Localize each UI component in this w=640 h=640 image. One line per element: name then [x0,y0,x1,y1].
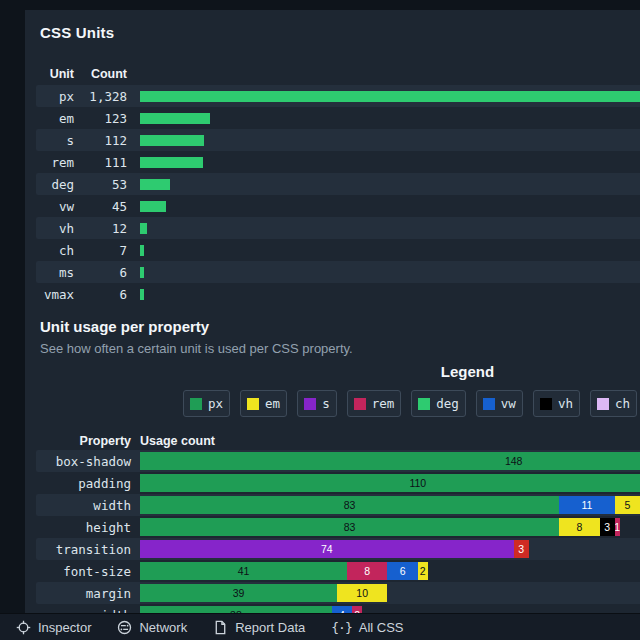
property-row-padding: padding110 [36,472,640,494]
unit-count: 7 [74,243,127,258]
legend-item-em[interactable]: em [240,390,287,417]
property-row-transition: transition743 [36,538,640,560]
unit-row-vh: vh12 [36,217,640,239]
unit-count-bar [140,135,204,146]
unit-name: s [36,133,74,148]
tab-report-data[interactable]: Report Data [203,614,315,640]
tab-all-css[interactable]: {·} All CSS [321,614,413,640]
property-name: margin [36,586,131,601]
bar-segment-px: 83 [140,496,559,514]
unit-count: 111 [74,155,127,170]
unit-row-deg: deg53 [36,173,640,195]
property-row-height: height83831 [36,516,640,538]
units-header-count: Count [74,67,127,81]
legend-swatch-vw [483,398,495,410]
unit-row-vw: vw45 [36,195,640,217]
legend-swatch-ch [597,398,609,410]
legend-label: ch [615,396,630,411]
unit-name: vmax [36,287,74,302]
bar-segment-rem: 1 [615,518,620,536]
unit-count-bar [140,113,210,124]
property-row-font-size: font-size41862 [36,560,640,582]
unit-row-px: px1,328 [36,85,640,107]
bar-segment-px: 83 [140,518,559,536]
unit-count: 12 [74,221,127,236]
legend-label: vh [558,396,573,411]
unit-count-bar [140,179,170,190]
unit-count: 53 [74,177,127,192]
legend-swatch-s [304,398,316,410]
network-icon [117,620,132,635]
legend-item-rem[interactable]: rem [347,390,402,417]
property-name: transition [36,542,131,557]
bar-segment-px: 110 [140,474,640,492]
unit-count-bar [140,201,166,212]
property-name: box-shadow [36,454,131,469]
report-data-icon [213,620,228,635]
unit-count: 112 [74,133,127,148]
chart-header: Property Usage count [36,431,640,450]
unit-row-vmax: vmax6 [36,283,640,305]
unit-name: px [36,89,74,104]
unit-count-bar [140,223,147,234]
legend-item-vh[interactable]: vh [533,390,580,417]
property-name: font-size [36,564,131,579]
unit-row-rem: rem111 [36,151,640,173]
unit-count-bar [140,91,640,102]
unit-row-ch: ch7 [36,239,640,261]
legend-label: vw [501,396,516,411]
unit-count-bar [140,157,203,168]
legend-item-px[interactable]: px [183,390,230,417]
bar-segment-rem: 8 [347,562,387,580]
unit-row-s: s112 [36,129,640,151]
legend-label: deg [436,396,459,411]
unit-name: vw [36,199,74,214]
property-usage-chart: Property Usage count box-shadow148paddin… [25,431,640,626]
tab-network[interactable]: Network [107,614,197,640]
legend-swatch-rem [354,398,366,410]
unit-count: 6 [74,265,127,280]
legend-title: Legend [25,363,640,380]
bar-segment-em: 10 [337,584,388,602]
property-name: width [36,498,131,513]
css-units-panel: CSS Units Unit Count px1,328em123s112rem… [25,10,640,640]
property-name: height [36,520,131,535]
legend-item-s[interactable]: s [297,390,337,417]
chart-header-usage: Usage count [131,434,640,448]
legend-item-ch[interactable]: ch [590,390,637,417]
section-title: Unit usage per property [40,318,640,335]
legend-swatch-px [190,398,202,410]
tab-report-data-label: Report Data [235,620,305,635]
units-header-unit: Unit [36,67,74,81]
legend-item-deg[interactable]: deg [411,390,466,417]
unit-count: 6 [74,287,127,302]
all-css-icon: {·} [331,620,351,635]
property-row-margin: margin3910 [36,582,640,604]
legend-label: s [322,396,330,411]
tab-network-label: Network [139,620,187,635]
units-table: Unit Count px1,328em123s112rem111deg53vw… [25,64,640,305]
property-row-width: width83115 [36,494,640,516]
unit-name: em [36,111,74,126]
tab-inspector[interactable]: Inspector [6,614,101,640]
unit-count: 1,328 [74,89,127,104]
bar-segment-vw: 11 [559,496,615,514]
property-name: padding [36,476,131,491]
chart-header-property: Property [36,434,131,448]
legend-label: rem [372,396,395,411]
bar-segment-px: 41 [140,562,347,580]
unit-row-em: em123 [36,107,640,129]
unit-name: deg [36,177,74,192]
legend-label: px [208,396,223,411]
bar-segment-em: 5 [615,496,640,514]
bar-segment-em: 2 [418,562,428,580]
legend-item-vw[interactable]: vw [476,390,523,417]
unit-count-bar [140,289,144,300]
unit-count: 45 [74,199,127,214]
unit-name: rem [36,155,74,170]
inspector-icon [16,620,31,635]
unit-row-ms: ms6 [36,261,640,283]
property-row-box-shadow: box-shadow148 [36,450,640,472]
bar-segment-px: 148 [140,452,640,470]
unit-count-bar [140,267,144,278]
